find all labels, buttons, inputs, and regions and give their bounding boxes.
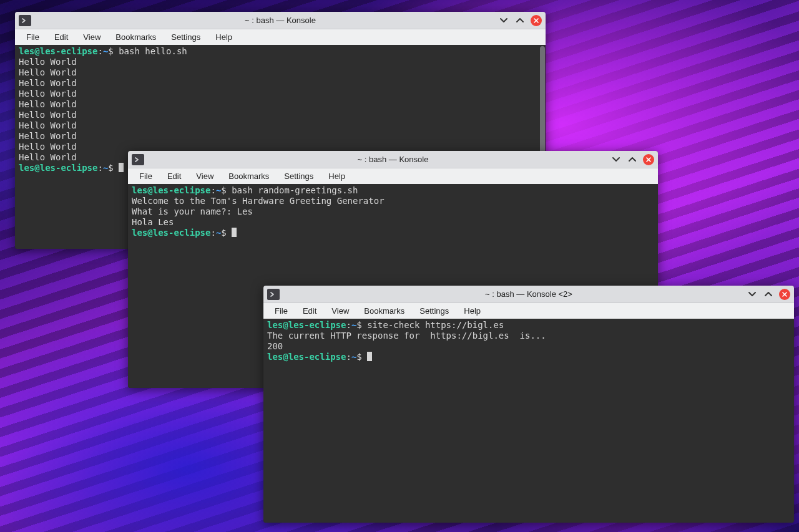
terminal-output-line: Hello World (19, 99, 542, 110)
terminal-cursor[interactable] (367, 352, 372, 361)
menu-file[interactable]: File (267, 304, 295, 317)
prompt-colon: : (97, 46, 102, 56)
desktop-background: ~ : bash — KonsoleFileEditViewBookmarksS… (0, 0, 799, 532)
menu-settings[interactable]: Settings (164, 31, 208, 44)
prompt-dollar: $ (108, 163, 113, 173)
terminal-body[interactable]: les@les-eclipse:~$ site-check https://bi… (263, 319, 794, 523)
terminal-prompt-line: les@les-eclipse:~$ bash random-greetings… (132, 185, 654, 196)
terminal-command: bash hello.sh (114, 46, 187, 56)
close-button[interactable] (643, 154, 654, 165)
terminal-prompt-line: les@les-eclipse:~$ (132, 228, 654, 238)
prompt-colon: : (97, 163, 102, 173)
prompt-colon: : (346, 320, 351, 330)
menu-file[interactable]: File (132, 170, 160, 183)
menu-view[interactable]: View (189, 170, 221, 183)
terminal-command: site-check https://bigl.es (362, 320, 504, 330)
terminal-output-line: Hello World (19, 89, 542, 99)
menu-edit[interactable]: Edit (295, 304, 324, 317)
menu-file[interactable]: File (19, 31, 47, 44)
window-menubar: FileEditViewBookmarksSettingsHelp (263, 302, 794, 319)
window-titlebar[interactable]: ~ : bash — Konsole (128, 151, 658, 168)
window-titlebar[interactable]: ~ : bash — Konsole (15, 12, 546, 29)
minimize-button[interactable] (747, 289, 758, 300)
menu-help[interactable]: Help (208, 31, 240, 44)
terminal-command (114, 163, 119, 173)
prompt-colon: : (210, 228, 215, 238)
konsole-app-icon (19, 15, 31, 26)
maximize-button[interactable] (763, 289, 774, 300)
konsole-window[interactable]: ~ : bash — Konsole <2>FileEditViewBookma… (263, 286, 794, 523)
terminal-output-line: Hello World (19, 57, 542, 67)
terminal-output-line: 200 (267, 341, 790, 352)
maximize-button[interactable] (514, 15, 526, 26)
prompt-colon: : (346, 352, 351, 362)
prompt-dollar: $ (108, 46, 113, 56)
terminal-cursor[interactable] (119, 163, 124, 172)
window-menubar: FileEditViewBookmarksSettingsHelp (128, 168, 658, 184)
close-button[interactable] (531, 15, 542, 26)
terminal-command (362, 352, 367, 362)
prompt-dollar: $ (356, 352, 361, 362)
terminal-prompt-line: les@les-eclipse:~$ (267, 352, 790, 362)
maximize-button[interactable] (627, 154, 638, 165)
terminal-output-line: Hola Les (132, 217, 654, 228)
menu-bookmarks[interactable]: Bookmarks (108, 31, 164, 44)
close-button[interactable] (779, 289, 790, 300)
prompt-dollar: $ (221, 228, 226, 238)
window-controls (498, 15, 542, 26)
terminal-prompt-line: les@les-eclipse:~$ site-check https://bi… (267, 320, 790, 331)
terminal-output-line: Hello World (19, 78, 542, 89)
terminal-output-line: Hello World (19, 120, 542, 131)
menu-edit[interactable]: Edit (160, 170, 189, 183)
window-menubar: FileEditViewBookmarksSettingsHelp (15, 29, 546, 45)
minimize-button[interactable] (610, 154, 622, 165)
menu-bookmarks[interactable]: Bookmarks (221, 170, 277, 183)
menu-view[interactable]: View (76, 31, 108, 44)
terminal-command (227, 228, 232, 238)
prompt-userhost: les@les-eclipse (132, 185, 210, 195)
window-controls (610, 154, 654, 165)
terminal-prompt-line: les@les-eclipse:~$ bash hello.sh (19, 46, 542, 57)
menu-settings[interactable]: Settings (277, 170, 321, 183)
terminal-command: bash random-greetings.sh (227, 185, 358, 195)
prompt-userhost: les@les-eclipse (19, 163, 97, 173)
prompt-userhost: les@les-eclipse (267, 320, 346, 330)
prompt-userhost: les@les-eclipse (132, 228, 210, 238)
konsole-app-icon (132, 154, 144, 165)
konsole-app-icon (267, 289, 280, 300)
terminal-output-line: Welcome to the Tom's Hardware Greeting G… (132, 196, 654, 206)
menu-bookmarks[interactable]: Bookmarks (356, 304, 412, 317)
terminal-output-line: What is your name?: Les (132, 206, 654, 217)
window-title: ~ : bash — Konsole (15, 16, 546, 25)
window-title: ~ : bash — Konsole (128, 155, 658, 164)
terminal-output-line: Hello World (19, 131, 542, 142)
window-title: ~ : bash — Konsole <2> (263, 289, 794, 299)
prompt-colon: : (210, 185, 215, 195)
prompt-userhost: les@les-eclipse (19, 46, 97, 56)
prompt-dollar: $ (356, 320, 361, 330)
terminal-output-line: Hello World (19, 110, 542, 120)
menu-settings[interactable]: Settings (412, 304, 456, 317)
menu-view[interactable]: View (324, 304, 356, 317)
terminal-output-line: The current HTTP response for https://bi… (267, 331, 790, 341)
window-titlebar[interactable]: ~ : bash — Konsole <2> (263, 286, 794, 302)
prompt-userhost: les@les-eclipse (267, 352, 346, 362)
prompt-dollar: $ (221, 185, 226, 195)
minimize-button[interactable] (498, 15, 509, 26)
window-controls (747, 289, 790, 300)
menu-edit[interactable]: Edit (47, 31, 76, 44)
menu-help[interactable]: Help (456, 304, 488, 317)
terminal-cursor[interactable] (232, 228, 237, 237)
terminal-output-line: Hello World (19, 67, 542, 78)
menu-help[interactable]: Help (321, 170, 353, 183)
